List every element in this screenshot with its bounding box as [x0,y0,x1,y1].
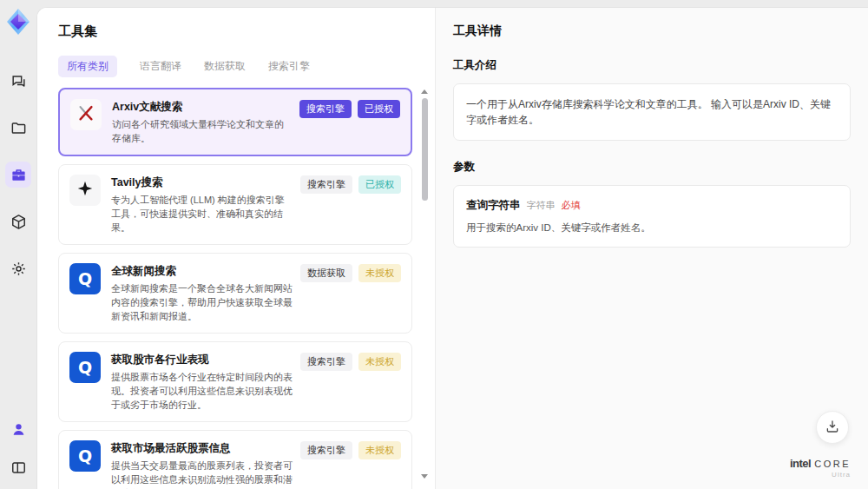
auth-status-badge: 未授权 [358,353,401,371]
detail-title: 工具详情 [453,23,851,39]
briefcase-icon [10,167,27,183]
tool-card-tavily[interactable]: Tavily搜索 专为人工智能代理 (LLM) 构建的搜索引擎工具，可快速提供实… [58,164,412,245]
param-type: 字符串 [527,199,556,212]
tool-name: Arxiv文献搜索 [112,99,293,115]
tool-description: 访问各个研究领域大量科学论文和文章的存储库。 [112,117,293,145]
left-sidebar [0,0,36,489]
sidebar-item-panel-toggle[interactable] [5,454,31,480]
intel-core-logo: intel CORE Ultra [790,458,851,479]
param-header: 查询字符串 字符串 必填 [466,198,838,213]
param-card: 查询字符串 字符串 必填 用于搜索的Arxiv ID、关键字或作者姓名。 [453,185,851,248]
param-name: 查询字符串 [466,198,521,213]
tool-name: 全球新闻搜索 [111,263,293,279]
sidebar-item-chat[interactable] [5,68,31,94]
scroll-up-icon[interactable] [421,89,428,94]
tool-description: 提供当天交易量最高的股票列表，投资者可以利用这些信息来识别流动性强的股票和潜在的… [111,459,293,489]
sidebar-bottom [5,416,31,480]
tool-list-panel: 工具集 所有类别 语言翻译 数据获取 搜索引擎 [37,8,435,489]
gem-logo-icon [3,7,33,36]
auth-status-badge: 已授权 [358,100,400,118]
tab-data-fetch[interactable]: 数据获取 [204,56,246,77]
chat-icon [10,73,27,89]
tool-tags: 搜索引擎 未授权 [300,440,401,459]
scroll-down-icon[interactable] [421,474,428,479]
q-logo-icon: Q [78,269,92,288]
sidebar-item-files[interactable] [5,115,31,141]
tool-description: 提供股票市场各个行业在特定时间段内的表现。投资者可以利用这些信息来识别表现优于或… [111,370,293,412]
tool-list: Arxiv文献搜索 访问各个研究领域大量科学论文和文章的存储库。 搜索引擎 已授… [58,88,435,489]
param-description: 用于搜索的Arxiv ID、关键字或作者姓名。 [466,221,838,235]
gear-icon [10,261,27,277]
tool-tags: 搜索引擎 已授权 [299,99,400,118]
scrollbar-thumb[interactable] [422,98,428,201]
tool-card-active-stocks[interactable]: Q 获取市场最活跃股票信息 提供当天交易量最高的股票列表，投资者可以利用这些信息… [58,430,412,489]
sidebar-item-packages[interactable] [5,208,31,235]
intro-heading: 工具介绍 [453,58,851,73]
ultra-brand-text: Ultra [790,472,851,479]
app-window: 工具集 所有类别 语言翻译 数据获取 搜索引擎 [0,0,868,489]
tool-name: 获取市场最活跃股票信息 [111,440,293,456]
download-icon [825,419,840,437]
app-logo[interactable] [3,7,33,36]
tool-intro-box: 一个用于从Arxiv存储库搜索科学论文和文章的工具。 输入可以是Arxiv ID… [453,83,851,141]
tab-language-translation[interactable]: 语言翻译 [140,56,181,77]
category-tabs: 所有类别 语言翻译 数据获取 搜索引擎 [58,56,435,77]
category-tag: 搜索引擎 [300,441,352,459]
tool-name: 获取股市各行业表现 [111,352,293,367]
folder-icon [10,120,27,136]
sidebar-item-user[interactable] [5,416,31,442]
download-button[interactable] [816,411,849,444]
param-required-badge: 必填 [562,199,581,212]
tab-search-engine[interactable]: 搜索引擎 [268,56,310,77]
user-icon [10,421,27,438]
arxiv-logo-icon [76,103,95,126]
tool-tags: 数据获取 未授权 [300,263,401,282]
tool-tags: 搜索引擎 未授权 [300,352,401,371]
tool-tags: 搜索引擎 已授权 [300,175,401,194]
page-title: 工具集 [58,23,435,40]
panel-toggle-icon [10,459,27,476]
cube-icon [10,214,27,230]
tool-card-global-news[interactable]: Q 全球新闻搜索 全球新闻搜索是一个聚合全球各大新闻网站内容的搜索引擎，帮助用户… [58,253,412,334]
scrollbar[interactable] [421,89,428,479]
tab-all-categories[interactable]: 所有类别 [58,56,117,77]
tool-name: Tavily搜索 [111,175,293,190]
sidebar-item-tools[interactable] [5,162,31,188]
q-logo-icon: Q [78,358,92,377]
category-tag: 搜索引擎 [299,100,352,118]
tool-detail-panel: 工具详情 工具介绍 一个用于从Arxiv存储库搜索科学论文和文章的工具。 输入可… [435,8,868,489]
category-tag: 数据获取 [300,264,352,282]
q-logo-icon: Q [78,446,92,466]
core-brand-text: CORE [814,459,851,469]
auth-status-badge: 已授权 [358,175,401,194]
main-window: 工具集 所有类别 语言翻译 数据获取 搜索引擎 [36,7,868,489]
tavily-star-icon [76,179,95,202]
category-tag: 搜索引擎 [300,353,352,371]
auth-status-badge: 未授权 [358,441,401,459]
params-heading: 参数 [453,160,851,175]
sidebar-item-settings[interactable] [5,255,31,281]
category-tag: 搜索引擎 [300,175,352,194]
tool-card-arxiv[interactable]: Arxiv文献搜索 访问各个研究领域大量科学论文和文章的存储库。 搜索引擎 已授… [58,88,412,156]
sidebar-nav [5,68,31,281]
tool-card-sector-performance[interactable]: Q 获取股市各行业表现 提供股票市场各个行业在特定时间段内的表现。投资者可以利用… [58,341,412,422]
tool-description: 全球新闻搜索是一个聚合全球各大新闻网站内容的搜索引擎，帮助用户快速获取全球最新资… [111,281,293,323]
auth-status-badge: 未授权 [358,264,401,282]
tool-description: 专为人工智能代理 (LLM) 构建的搜索引擎工具，可快速提供实时、准确和真实的结… [111,193,293,235]
intel-brand-text: intel [790,458,811,469]
